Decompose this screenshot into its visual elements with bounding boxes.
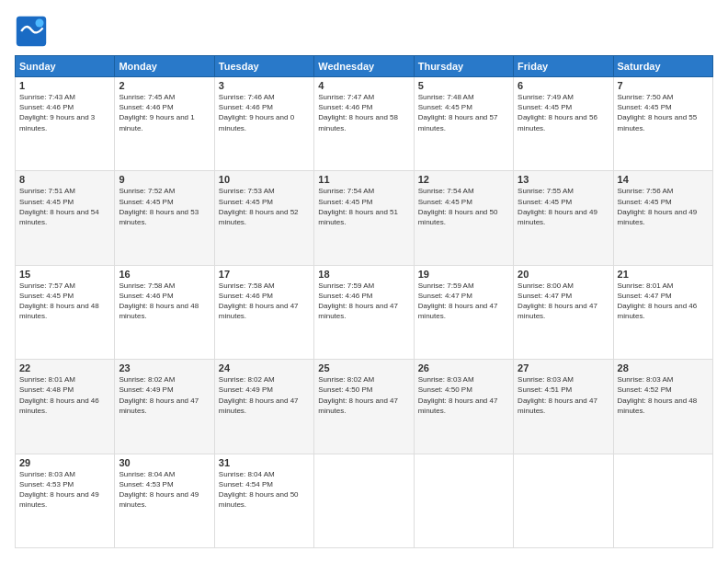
day-number: 1 (19, 80, 110, 91)
calendar-cell: 17 Sunrise: 7:58 AMSunset: 4:46 PMDaylig… (214, 265, 313, 359)
calendar-cell: 19 Sunrise: 7:59 AMSunset: 4:47 PMDaylig… (414, 265, 513, 359)
day-info: Sunrise: 8:03 AMSunset: 4:50 PMDaylight:… (418, 374, 509, 416)
day-number: 8 (19, 174, 110, 185)
calendar-header-tuesday: Tuesday (214, 56, 313, 77)
calendar-cell (314, 454, 414, 547)
day-number: 2 (119, 80, 210, 91)
day-info: Sunrise: 7:58 AMSunset: 4:46 PMDaylight:… (119, 281, 210, 322)
day-number: 30 (119, 457, 210, 468)
day-info: Sunrise: 7:47 AMSunset: 4:46 PMDaylight:… (318, 92, 409, 133)
calendar-header-saturday: Saturday (613, 56, 712, 77)
calendar-cell: 3 Sunrise: 7:46 AMSunset: 4:46 PMDayligh… (214, 77, 313, 171)
calendar-cell: 21 Sunrise: 8:01 AMSunset: 4:47 PMDaylig… (613, 265, 712, 359)
calendar-cell: 6 Sunrise: 7:49 AMSunset: 4:45 PMDayligh… (514, 77, 613, 171)
calendar-header-wednesday: Wednesday (314, 56, 414, 77)
day-info: Sunrise: 7:56 AMSunset: 4:45 PMDaylight:… (618, 186, 709, 227)
day-number: 11 (318, 174, 409, 185)
calendar-header-sunday: Sunday (16, 56, 115, 77)
day-info: Sunrise: 7:46 AMSunset: 4:46 PMDaylight:… (219, 92, 310, 133)
calendar-cell: 18 Sunrise: 7:59 AMSunset: 4:46 PMDaylig… (314, 265, 414, 359)
day-number: 19 (418, 269, 509, 280)
logo (15, 15, 51, 48)
day-number: 25 (318, 362, 409, 373)
calendar-cell: 16 Sunrise: 7:58 AMSunset: 4:46 PMDaylig… (115, 265, 214, 359)
calendar-cell: 23 Sunrise: 8:02 AMSunset: 4:49 PMDaylig… (115, 360, 214, 454)
day-info: Sunrise: 7:58 AMSunset: 4:46 PMDaylight:… (219, 281, 310, 322)
day-info: Sunrise: 8:01 AMSunset: 4:48 PMDaylight:… (19, 374, 110, 416)
day-number: 10 (219, 174, 310, 185)
day-info: Sunrise: 7:48 AMSunset: 4:45 PMDaylight:… (418, 92, 509, 133)
calendar-cell: 11 Sunrise: 7:54 AMSunset: 4:45 PMDaylig… (314, 171, 414, 265)
day-number: 7 (618, 80, 709, 91)
day-number: 6 (518, 80, 609, 91)
calendar-cell: 13 Sunrise: 7:55 AMSunset: 4:45 PMDaylig… (514, 171, 613, 265)
calendar-cell: 29 Sunrise: 8:03 AMSunset: 4:53 PMDaylig… (16, 454, 115, 547)
calendar-week-row: 1 Sunrise: 7:43 AMSunset: 4:46 PMDayligh… (16, 77, 713, 171)
day-info: Sunrise: 8:03 AMSunset: 4:51 PMDaylight:… (518, 374, 609, 416)
day-info: Sunrise: 7:43 AMSunset: 4:46 PMDaylight:… (19, 92, 110, 133)
day-number: 14 (618, 174, 709, 185)
calendar-cell: 26 Sunrise: 8:03 AMSunset: 4:50 PMDaylig… (414, 360, 513, 454)
day-info: Sunrise: 7:53 AMSunset: 4:45 PMDaylight:… (219, 186, 310, 227)
day-info: Sunrise: 8:01 AMSunset: 4:47 PMDaylight:… (618, 281, 709, 322)
day-number: 13 (518, 174, 609, 185)
calendar-cell: 31 Sunrise: 8:04 AMSunset: 4:54 PMDaylig… (214, 454, 313, 547)
calendar-cell: 28 Sunrise: 8:03 AMSunset: 4:52 PMDaylig… (613, 360, 712, 454)
day-info: Sunrise: 7:59 AMSunset: 4:47 PMDaylight:… (418, 281, 509, 322)
logo-icon (15, 15, 48, 48)
calendar-cell: 25 Sunrise: 8:02 AMSunset: 4:50 PMDaylig… (314, 360, 414, 454)
day-number: 4 (318, 80, 409, 91)
calendar-week-row: 15 Sunrise: 7:57 AMSunset: 4:45 PMDaylig… (16, 265, 713, 359)
day-number: 29 (19, 457, 110, 468)
calendar-cell: 9 Sunrise: 7:52 AMSunset: 4:45 PMDayligh… (115, 171, 214, 265)
day-number: 31 (219, 457, 310, 468)
day-info: Sunrise: 7:54 AMSunset: 4:45 PMDaylight:… (418, 186, 509, 227)
calendar-week-row: 29 Sunrise: 8:03 AMSunset: 4:53 PMDaylig… (16, 454, 713, 547)
calendar-cell: 4 Sunrise: 7:47 AMSunset: 4:46 PMDayligh… (314, 77, 414, 171)
calendar-week-row: 22 Sunrise: 8:01 AMSunset: 4:48 PMDaylig… (16, 360, 713, 454)
calendar-cell: 8 Sunrise: 7:51 AMSunset: 4:45 PMDayligh… (16, 171, 115, 265)
day-number: 28 (618, 362, 709, 373)
day-number: 22 (19, 362, 110, 373)
day-info: Sunrise: 7:51 AMSunset: 4:45 PMDaylight:… (19, 186, 110, 227)
calendar-header-monday: Monday (115, 56, 214, 77)
calendar-cell: 10 Sunrise: 7:53 AMSunset: 4:45 PMDaylig… (214, 171, 313, 265)
day-number: 24 (219, 362, 310, 373)
calendar-week-row: 8 Sunrise: 7:51 AMSunset: 4:45 PMDayligh… (16, 171, 713, 265)
calendar-cell: 7 Sunrise: 7:50 AMSunset: 4:45 PMDayligh… (613, 77, 712, 171)
day-number: 17 (219, 269, 310, 280)
day-number: 26 (418, 362, 509, 373)
day-info: Sunrise: 8:02 AMSunset: 4:49 PMDaylight:… (219, 374, 310, 416)
day-info: Sunrise: 8:04 AMSunset: 4:54 PMDaylight:… (219, 469, 310, 511)
day-info: Sunrise: 8:03 AMSunset: 4:53 PMDaylight:… (19, 469, 110, 511)
day-number: 9 (119, 174, 210, 185)
day-info: Sunrise: 8:02 AMSunset: 4:50 PMDaylight:… (318, 374, 409, 416)
day-number: 20 (518, 269, 609, 280)
day-number: 15 (19, 269, 110, 280)
calendar-table: SundayMondayTuesdayWednesdayThursdayFrid… (15, 55, 713, 548)
calendar-cell (613, 454, 712, 547)
calendar-cell (414, 454, 513, 547)
day-info: Sunrise: 7:45 AMSunset: 4:46 PMDaylight:… (119, 92, 210, 133)
calendar-header-row: SundayMondayTuesdayWednesdayThursdayFrid… (16, 56, 713, 77)
calendar-cell: 1 Sunrise: 7:43 AMSunset: 4:46 PMDayligh… (16, 77, 115, 171)
calendar-cell: 30 Sunrise: 8:04 AMSunset: 4:53 PMDaylig… (115, 454, 214, 547)
day-info: Sunrise: 8:04 AMSunset: 4:53 PMDaylight:… (119, 469, 210, 511)
calendar-cell: 22 Sunrise: 8:01 AMSunset: 4:48 PMDaylig… (16, 360, 115, 454)
day-info: Sunrise: 7:54 AMSunset: 4:45 PMDaylight:… (318, 186, 409, 227)
calendar-cell: 5 Sunrise: 7:48 AMSunset: 4:45 PMDayligh… (414, 77, 513, 171)
calendar-cell: 20 Sunrise: 8:00 AMSunset: 4:47 PMDaylig… (514, 265, 613, 359)
calendar-cell: 12 Sunrise: 7:54 AMSunset: 4:45 PMDaylig… (414, 171, 513, 265)
calendar-cell: 14 Sunrise: 7:56 AMSunset: 4:45 PMDaylig… (613, 171, 712, 265)
svg-point-2 (36, 19, 44, 28)
day-number: 12 (418, 174, 509, 185)
day-number: 23 (119, 362, 210, 373)
day-info: Sunrise: 7:55 AMSunset: 4:45 PMDaylight:… (518, 186, 609, 227)
calendar-cell: 24 Sunrise: 8:02 AMSunset: 4:49 PMDaylig… (214, 360, 313, 454)
day-info: Sunrise: 7:52 AMSunset: 4:45 PMDaylight:… (119, 186, 210, 227)
calendar-cell: 15 Sunrise: 7:57 AMSunset: 4:45 PMDaylig… (16, 265, 115, 359)
page: SundayMondayTuesdayWednesdayThursdayFrid… (0, 0, 728, 563)
day-info: Sunrise: 7:57 AMSunset: 4:45 PMDaylight:… (19, 281, 110, 322)
day-number: 21 (618, 269, 709, 280)
day-info: Sunrise: 7:49 AMSunset: 4:45 PMDaylight:… (518, 92, 609, 133)
